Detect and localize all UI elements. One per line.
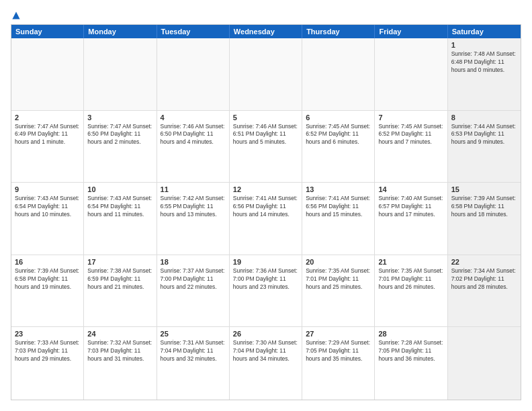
day-info-13: Sunrise: 7:41 AM Sunset: 6:56 PM Dayligh… [306, 195, 371, 219]
day-cell-2-0: 9Sunrise: 7:43 AM Sunset: 6:54 PM Daylig… [11, 183, 84, 255]
logo-icon [11, 11, 21, 20]
day-number-15: 15 [451, 185, 517, 193]
day-info-23: Sunrise: 7:33 AM Sunset: 7:03 PM Dayligh… [15, 339, 80, 363]
day-number-5: 5 [233, 113, 298, 122]
week-row-2: 2Sunrise: 7:47 AM Sunset: 6:49 PM Daylig… [11, 111, 521, 183]
day-cell-4-3: 26Sunrise: 7:30 AM Sunset: 7:04 PM Dayli… [230, 327, 302, 400]
header-friday: Friday [375, 25, 447, 38]
day-cell-3-4: 20Sunrise: 7:35 AM Sunset: 7:01 PM Dayli… [302, 255, 375, 327]
day-cell-3-5: 21Sunrise: 7:35 AM Sunset: 7:01 PM Dayli… [375, 255, 447, 327]
calendar-header: SundayMondayTuesdayWednesdayThursdayFrid… [11, 25, 521, 38]
day-cell-0-5 [375, 38, 447, 110]
day-cell-3-0: 16Sunrise: 7:39 AM Sunset: 6:58 PM Dayli… [11, 255, 84, 327]
day-info-25: Sunrise: 7:31 AM Sunset: 7:04 PM Dayligh… [161, 339, 226, 363]
day-cell-1-3: 5Sunrise: 7:46 AM Sunset: 6:51 PM Daylig… [230, 111, 302, 183]
day-number-26: 26 [233, 330, 298, 338]
day-cell-3-2: 18Sunrise: 7:37 AM Sunset: 7:00 PM Dayli… [157, 255, 230, 327]
day-info-28: Sunrise: 7:28 AM Sunset: 7:05 PM Dayligh… [378, 339, 443, 363]
day-cell-4-0: 23Sunrise: 7:33 AM Sunset: 7:03 PM Dayli… [11, 327, 84, 400]
day-info-9: Sunrise: 7:43 AM Sunset: 6:54 PM Dayligh… [15, 195, 80, 219]
day-cell-1-5: 7Sunrise: 7:45 AM Sunset: 6:52 PM Daylig… [375, 111, 447, 183]
day-number-13: 13 [306, 185, 371, 193]
day-cell-0-2 [157, 38, 230, 110]
day-number-6: 6 [306, 113, 371, 122]
day-info-1: Sunrise: 7:48 AM Sunset: 6:48 PM Dayligh… [451, 50, 517, 75]
day-info-22: Sunrise: 7:34 AM Sunset: 7:02 PM Dayligh… [451, 267, 517, 291]
day-cell-1-1: 3Sunrise: 7:47 AM Sunset: 6:50 PM Daylig… [84, 111, 157, 183]
week-row-4: 16Sunrise: 7:39 AM Sunset: 6:58 PM Dayli… [11, 255, 521, 328]
day-cell-2-3: 12Sunrise: 7:41 AM Sunset: 6:56 PM Dayli… [230, 183, 302, 255]
day-cell-0-4 [302, 38, 375, 110]
day-info-5: Sunrise: 7:46 AM Sunset: 6:51 PM Dayligh… [233, 123, 298, 147]
day-cell-3-3: 19Sunrise: 7:36 AM Sunset: 7:00 PM Dayli… [230, 255, 302, 327]
calendar: SundayMondayTuesdayWednesdayThursdayFrid… [11, 24, 521, 400]
day-info-14: Sunrise: 7:40 AM Sunset: 6:57 PM Dayligh… [378, 195, 443, 219]
page: SundayMondayTuesdayWednesdayThursdayFrid… [0, 0, 532, 411]
header-tuesday: Tuesday [157, 25, 230, 38]
day-cell-2-6: 15Sunrise: 7:39 AM Sunset: 6:58 PM Dayli… [448, 183, 521, 255]
day-number-18: 18 [161, 258, 226, 266]
day-number-25: 25 [161, 330, 226, 338]
logo [11, 11, 21, 17]
week-row-1: 1Sunrise: 7:48 AM Sunset: 6:48 PM Daylig… [11, 38, 521, 111]
day-info-8: Sunrise: 7:44 AM Sunset: 6:53 PM Dayligh… [451, 123, 517, 147]
day-number-16: 16 [15, 258, 80, 266]
day-cell-1-2: 4Sunrise: 7:46 AM Sunset: 6:50 PM Daylig… [157, 111, 230, 183]
day-number-24: 24 [87, 330, 152, 338]
day-info-12: Sunrise: 7:41 AM Sunset: 6:56 PM Dayligh… [233, 195, 298, 219]
day-number-19: 19 [233, 258, 298, 266]
day-number-4: 4 [161, 113, 226, 122]
day-cell-1-6: 8Sunrise: 7:44 AM Sunset: 6:53 PM Daylig… [448, 111, 521, 183]
day-info-7: Sunrise: 7:45 AM Sunset: 6:52 PM Dayligh… [378, 123, 443, 147]
day-cell-4-5: 28Sunrise: 7:28 AM Sunset: 7:05 PM Dayli… [375, 327, 447, 400]
day-cell-3-6: 22Sunrise: 7:34 AM Sunset: 7:02 PM Dayli… [448, 255, 521, 327]
svg-marker-0 [12, 11, 19, 19]
day-number-21: 21 [378, 258, 443, 266]
day-cell-4-6 [448, 327, 521, 400]
week-row-5: 23Sunrise: 7:33 AM Sunset: 7:03 PM Dayli… [11, 327, 521, 400]
header-thursday: Thursday [302, 25, 375, 38]
day-info-19: Sunrise: 7:36 AM Sunset: 7:00 PM Dayligh… [233, 267, 298, 291]
day-info-2: Sunrise: 7:47 AM Sunset: 6:49 PM Dayligh… [15, 123, 80, 147]
day-number-7: 7 [378, 113, 443, 122]
day-cell-0-3 [230, 38, 302, 110]
header [11, 11, 521, 17]
day-number-10: 10 [87, 185, 152, 193]
day-number-2: 2 [15, 113, 80, 122]
day-info-17: Sunrise: 7:38 AM Sunset: 6:59 PM Dayligh… [87, 267, 152, 291]
day-info-24: Sunrise: 7:32 AM Sunset: 7:03 PM Dayligh… [87, 339, 152, 363]
day-cell-1-0: 2Sunrise: 7:47 AM Sunset: 6:49 PM Daylig… [11, 111, 84, 183]
day-number-27: 27 [306, 330, 371, 338]
day-number-20: 20 [306, 258, 371, 266]
header-sunday: Sunday [11, 25, 84, 38]
day-cell-1-4: 6Sunrise: 7:45 AM Sunset: 6:52 PM Daylig… [302, 111, 375, 183]
day-cell-2-2: 11Sunrise: 7:42 AM Sunset: 6:55 PM Dayli… [157, 183, 230, 255]
day-number-17: 17 [87, 258, 152, 266]
day-info-27: Sunrise: 7:29 AM Sunset: 7:05 PM Dayligh… [306, 339, 371, 363]
day-cell-2-5: 14Sunrise: 7:40 AM Sunset: 6:57 PM Dayli… [375, 183, 447, 255]
day-info-20: Sunrise: 7:35 AM Sunset: 7:01 PM Dayligh… [306, 267, 371, 291]
day-cell-2-4: 13Sunrise: 7:41 AM Sunset: 6:56 PM Dayli… [302, 183, 375, 255]
day-cell-4-2: 25Sunrise: 7:31 AM Sunset: 7:04 PM Dayli… [157, 327, 230, 400]
day-cell-0-6: 1Sunrise: 7:48 AM Sunset: 6:48 PM Daylig… [448, 38, 521, 110]
day-info-16: Sunrise: 7:39 AM Sunset: 6:58 PM Dayligh… [15, 267, 80, 291]
day-info-26: Sunrise: 7:30 AM Sunset: 7:04 PM Dayligh… [233, 339, 298, 363]
day-number-8: 8 [451, 113, 517, 122]
day-number-3: 3 [87, 113, 152, 122]
day-cell-4-4: 27Sunrise: 7:29 AM Sunset: 7:05 PM Dayli… [302, 327, 375, 400]
day-cell-0-1 [84, 38, 157, 110]
calendar-body: 1Sunrise: 7:48 AM Sunset: 6:48 PM Daylig… [11, 38, 521, 400]
day-number-22: 22 [451, 258, 517, 266]
day-info-4: Sunrise: 7:46 AM Sunset: 6:50 PM Dayligh… [161, 123, 226, 147]
day-info-3: Sunrise: 7:47 AM Sunset: 6:50 PM Dayligh… [87, 123, 152, 147]
day-number-11: 11 [161, 185, 226, 193]
day-info-6: Sunrise: 7:45 AM Sunset: 6:52 PM Dayligh… [306, 123, 371, 147]
day-number-1: 1 [451, 41, 517, 49]
day-cell-3-1: 17Sunrise: 7:38 AM Sunset: 6:59 PM Dayli… [84, 255, 157, 327]
header-saturday: Saturday [448, 25, 521, 38]
day-info-21: Sunrise: 7:35 AM Sunset: 7:01 PM Dayligh… [378, 267, 443, 291]
day-info-11: Sunrise: 7:42 AM Sunset: 6:55 PM Dayligh… [161, 195, 226, 219]
header-monday: Monday [84, 25, 157, 38]
day-cell-4-1: 24Sunrise: 7:32 AM Sunset: 7:03 PM Dayli… [84, 327, 157, 400]
day-cell-2-1: 10Sunrise: 7:43 AM Sunset: 6:54 PM Dayli… [84, 183, 157, 255]
